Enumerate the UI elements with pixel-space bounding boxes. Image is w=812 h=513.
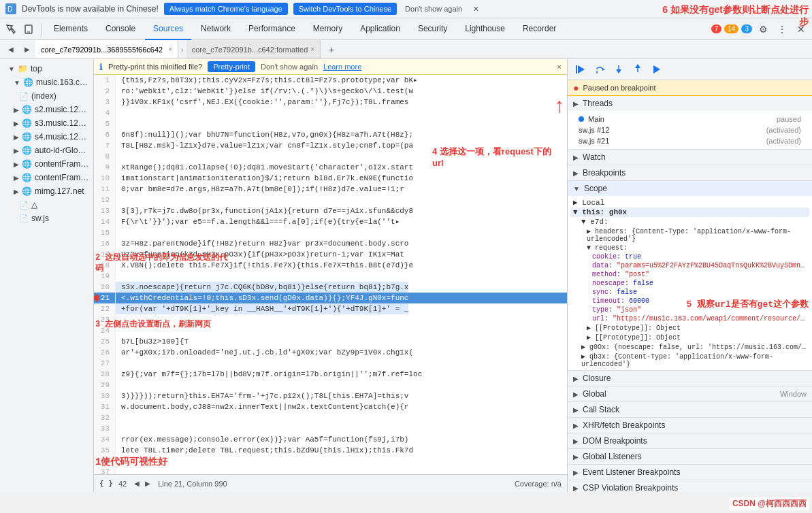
tab-performance[interactable]: Performance — [240, 18, 304, 40]
line-number-gutter[interactable]: 10 — [94, 173, 116, 184]
tab-memory[interactable]: Memory — [305, 18, 351, 40]
sidebar-item-top[interactable]: ▼ 📁 top — [0, 62, 93, 76]
call-stack-header[interactable]: ▶ Call Stack — [568, 402, 812, 417]
banner-dismiss[interactable]: Don't show again — [405, 5, 462, 13]
breakpoints-header[interactable]: ▶ Breakpoints — [568, 165, 812, 180]
scope-request[interactable]: ▼ request: — [570, 244, 809, 252]
close-devtools-icon[interactable]: ✕ — [793, 21, 809, 37]
line-number-gutter[interactable]: 33 — [94, 423, 116, 434]
line-number-gutter[interactable]: 7 — [94, 140, 116, 151]
scope-proto1[interactable]: ▶ [[Prototype]]: Object — [570, 323, 809, 333]
line-number-gutter[interactable]: 1 — [94, 75, 116, 86]
scope-proto2[interactable]: ▶ [[Prototype]]: Object — [570, 333, 809, 342]
sidebar-item-index[interactable]: 📄 (index) — [0, 89, 93, 103]
line-number-gutter[interactable]: 24 — [94, 325, 116, 336]
line-number-gutter[interactable]: 26 — [94, 347, 116, 358]
line-number-gutter[interactable]: 21 — [94, 293, 116, 303]
step-over-button[interactable] — [592, 62, 607, 77]
line-number-gutter[interactable]: 28 — [94, 369, 116, 380]
global-listeners-header[interactable]: ▶ Global Listeners — [568, 449, 812, 464]
line-number-gutter[interactable]: 14 — [94, 216, 116, 227]
line-number-gutter[interactable]: 11 — [94, 184, 116, 195]
sidebar-item-contentframe1[interactable]: ▶ 🌐 contentFrame (sc — [0, 157, 93, 171]
line-number-gutter[interactable]: 32 — [94, 412, 116, 423]
line-number-gutter[interactable]: 36 — [94, 456, 116, 467]
closure-header[interactable]: ▶ Closure — [568, 371, 812, 386]
line-number-gutter[interactable]: 22 — [94, 303, 116, 314]
scope-qb3x[interactable]: ▶ qb3x: {Content-Type: 'application/x-ww… — [570, 352, 809, 369]
line-number-gutter[interactable]: 29 — [94, 380, 116, 391]
dont-show-button[interactable]: Don't show again — [261, 63, 318, 71]
file-tab-minified[interactable]: core_c7e792091b...3689555f66c642 × — [35, 40, 178, 59]
file-tab-formatted[interactable]: core_c7e792091b...c642:formatted × — [186, 40, 321, 59]
sidebar-item-autoid[interactable]: ▶ 🌐 auto-id-rGloUglb — [0, 144, 93, 157]
line-number-gutter[interactable]: 17 — [94, 249, 116, 260]
nav-next-icon[interactable]: ▶ — [143, 479, 152, 488]
dom-header[interactable]: ▶ DOM Breakpoints — [568, 433, 812, 448]
step-out-button[interactable] — [630, 62, 645, 77]
sidebar-item-mimg[interactable]: ▶ 🌐 mimg.127.net — [0, 184, 93, 198]
line-number-gutter[interactable]: 12 — [94, 195, 116, 205]
line-number-gutter[interactable]: 31 — [94, 401, 116, 412]
line-number-gutter[interactable]: 20 — [94, 282, 116, 293]
sidebar-item-file1[interactable]: 📄 △ — [0, 198, 93, 212]
code-editor[interactable]: 2 这段自动选中的即为信息发送的代码 3 左侧点击设置断点，刷新网页 1使代码可… — [94, 75, 567, 474]
line-number-gutter[interactable]: 34 — [94, 434, 116, 445]
inspect-icon[interactable] — [3, 21, 19, 37]
tab-security[interactable]: Security — [410, 18, 455, 40]
tab-lighthouse[interactable]: Lighthouse — [457, 18, 513, 40]
line-number-gutter[interactable]: 15 — [94, 227, 116, 238]
threads-header[interactable]: ▶ Threads — [568, 96, 812, 111]
scope-e7d[interactable]: ▼ e7d: — [570, 217, 809, 227]
line-number-gutter[interactable]: 16 — [94, 238, 116, 249]
csp-header[interactable]: ▶ CSP Violation Breakpoints — [568, 480, 812, 492]
watch-header[interactable]: ▶ Watch — [568, 150, 812, 165]
line-number-gutter[interactable]: 3 — [94, 97, 116, 107]
scope-this[interactable]: ▼ this: gh0x — [570, 208, 809, 217]
xhr-header[interactable]: ▶ XHR/fetch Breakpoints — [568, 418, 812, 433]
sidebar-item-contentframe2[interactable]: ▶ 🌐 contentFrame (sc — [0, 171, 93, 184]
line-number-gutter[interactable]: 27 — [94, 358, 116, 369]
line-number-gutter[interactable]: 23 — [94, 314, 116, 325]
settings-icon[interactable]: ⚙ — [755, 21, 771, 37]
event-listener-header[interactable]: ▶ Event Listener Breakpoints — [568, 465, 812, 480]
device-icon[interactable] — [20, 21, 37, 37]
tab-application[interactable]: Application — [352, 18, 408, 40]
resume-button[interactable] — [573, 62, 588, 77]
file-tab-minified-close-icon[interactable]: × — [168, 46, 172, 53]
file-nav-back-icon[interactable]: ◀ — [3, 42, 19, 58]
pretty-print-close-icon[interactable]: × — [557, 63, 562, 71]
tab-console[interactable]: Console — [97, 18, 144, 40]
step-into-button[interactable] — [611, 62, 626, 77]
sidebar-item-swjs[interactable]: 📄 sw.js — [0, 212, 93, 225]
sidebar-item-s2music[interactable]: ▶ 🌐 s2.music.126.net — [0, 103, 93, 116]
match-language-button[interactable]: Always match Chrome's language — [164, 3, 288, 15]
tab-recorder[interactable]: Recorder — [515, 18, 564, 40]
sidebar-item-s4music[interactable]: ▶ 🌐 s4.music.126.net — [0, 130, 93, 144]
more-options-icon[interactable]: ⋮ — [774, 21, 790, 37]
pretty-print-button[interactable]: Pretty-print — [208, 61, 255, 72]
nav-prev-icon[interactable]: ◀ — [132, 479, 142, 488]
tab-elements[interactable]: Elements — [46, 18, 96, 40]
line-number-gutter[interactable]: 37 — [94, 467, 116, 474]
line-number-gutter[interactable]: 19 — [94, 271, 116, 282]
scope-g0ox[interactable]: ▶ g0Ox: {noescape: false, url: 'https://… — [570, 342, 809, 352]
learn-more-link[interactable]: Learn more — [323, 63, 361, 71]
sidebar-item-s3music[interactable]: ▶ 🌐 s3.music.126.net — [0, 116, 93, 130]
add-tab-icon[interactable]: + — [323, 42, 340, 58]
tab-network[interactable]: Network — [193, 18, 239, 40]
line-number-gutter[interactable]: 25 — [94, 336, 116, 347]
line-number-gutter[interactable]: 35 — [94, 445, 116, 456]
tab-sources[interactable]: Sources — [145, 18, 191, 40]
line-number-gutter[interactable]: 9 — [94, 162, 116, 173]
global-header[interactable]: ▶ Global Window — [568, 386, 812, 401]
line-number-gutter[interactable]: 8 — [94, 151, 116, 162]
file-nav-forward-icon[interactable]: ▶ — [19, 42, 35, 58]
scope-header[interactable]: ▼ Scope 4 选择这一项，看request下的url — [568, 181, 812, 196]
line-number-gutter[interactable]: 6 — [94, 129, 116, 140]
banner-close-icon[interactable]: × — [473, 3, 478, 14]
switch-chinese-button[interactable]: Switch DevTools to Chinese — [293, 3, 397, 15]
scope-headers[interactable]: ▶ headers: {Content-Type: 'application/x… — [570, 227, 809, 244]
line-number-gutter[interactable]: 13 — [94, 205, 116, 216]
line-number-gutter[interactable]: 18 — [94, 260, 116, 271]
